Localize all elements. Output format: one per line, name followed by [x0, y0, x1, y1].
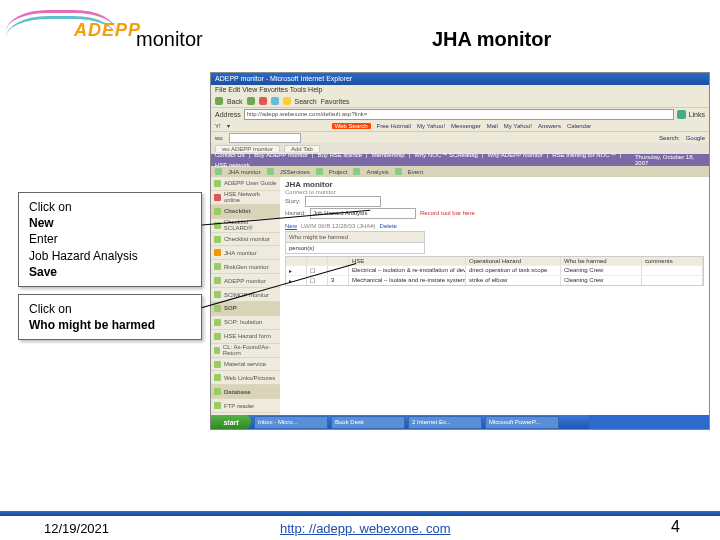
sidebar-item[interactable]: ADEPP monitor [211, 274, 280, 288]
browser-menubar[interactable]: File Edit View Favorites Tools Help [211, 85, 709, 95]
address-label: Address [215, 111, 241, 118]
callout-text: Enter [29, 231, 191, 247]
footer-divider [0, 511, 720, 516]
tab-main[interactable]: wo ADEPP monitor [215, 145, 280, 152]
taskbar-item[interactable]: Inbox - Micro... [254, 416, 328, 429]
browser-window: ADEPP monitor - Microsoft Internet Explo… [210, 72, 710, 430]
sidebar-item-jha[interactable]: JHA monitor [211, 246, 280, 260]
wo-search-input[interactable] [229, 133, 301, 143]
sidebar-group[interactable]: Checklist [211, 205, 280, 219]
back-icon[interactable] [215, 97, 223, 105]
taskbar-item[interactable]: Microsoft PowerP... [485, 416, 559, 429]
home-icon[interactable] [283, 97, 291, 105]
callout-new-save: Click on New Enter Job Hazard Analysis S… [18, 192, 202, 287]
whmb-label: Who might be harmed [285, 231, 425, 243]
logo: ADEPP [6, 8, 116, 44]
sidebar-item[interactable]: RiskGen monitor [211, 260, 280, 274]
callout-text: Click on [29, 199, 191, 215]
sidebar-group[interactable]: SOP [211, 302, 280, 316]
footer-link[interactable]: http: //adepp. webexone. com [280, 521, 451, 536]
start-button[interactable]: start [211, 415, 251, 429]
sidebar-item[interactable]: HSE Hazard form [211, 330, 280, 344]
footer-date: 12/19/2021 [44, 521, 109, 536]
taskbar[interactable]: start Inbox - Micro... Book Desk 2 Inter… [211, 415, 709, 429]
story-label: Story: [285, 198, 301, 204]
stop-icon[interactable] [259, 97, 267, 105]
search-value: Google [686, 135, 705, 141]
record-hint: Record tool bar here [420, 210, 475, 216]
whmb-value[interactable]: person(s) [285, 243, 425, 254]
main-panel: JHA monitor Connect to monitor Story: Ha… [280, 177, 709, 427]
callout-text: Save [29, 264, 191, 280]
new-link[interactable]: New [285, 223, 297, 229]
hazard-grid: HSE Operational Hazard Who be harmed com… [285, 256, 704, 286]
favorites-label[interactable]: Favorites [321, 98, 350, 105]
title-right: JHA monitor [432, 28, 551, 51]
taskbar-item[interactable]: Book Desk [331, 416, 405, 429]
sidebar-item[interactable]: Material service [211, 358, 280, 372]
callout-text: Click on [29, 301, 191, 317]
search-label[interactable]: Search [295, 98, 317, 105]
logo-text: ADEPP [74, 20, 141, 41]
main-title: JHA monitor [285, 180, 704, 189]
go-button[interactable] [677, 110, 686, 119]
callout-text: Who might be harmed [29, 317, 191, 333]
sidebar-group[interactable]: Database [211, 385, 280, 399]
links-label: Links [689, 111, 705, 118]
search-label: Search: [659, 135, 680, 141]
sidebar-item[interactable]: Checklist monitor [211, 233, 280, 247]
callout-text: New [29, 215, 191, 231]
grid-row[interactable]: ▸☐ Electrical – isolation & re-installat… [286, 265, 703, 275]
sidebar-item[interactable]: CL: As-Found/As-Return [211, 344, 280, 358]
sidebar-item[interactable]: FTP reader [211, 399, 280, 413]
story-input[interactable] [305, 196, 381, 207]
nav-icon [215, 168, 222, 175]
address-bar: Address http://adepp.webexone.com/defaul… [211, 108, 709, 120]
sidebar-item[interactable]: Web Links/Pictures [211, 371, 280, 385]
fwd-icon[interactable] [247, 97, 255, 105]
taskbar-item[interactable]: 2 Internet Ex... [408, 416, 482, 429]
callout-text: Job Hazard Analysis [29, 248, 191, 264]
system-tray[interactable] [589, 415, 709, 429]
address-input[interactable]: http://adepp.webexone.com/default.asp?li… [244, 109, 674, 120]
browser-titlebar: ADEPP monitor - Microsoft Internet Explo… [211, 73, 709, 85]
web-search-tag[interactable]: Web Search [332, 123, 371, 129]
links-bar[interactable]: Y!▾ Web Search Free HotmailMy Yahoo! Mes… [211, 120, 709, 132]
sidebar-item[interactable]: SOP: Isolation [211, 316, 280, 330]
sidebar-item[interactable]: HSE Network online [211, 191, 280, 205]
purple-nav[interactable]: Contact Us| Buy ADEPP monitor| Buy HSE l… [211, 154, 709, 166]
browser-toolbar[interactable]: Back Search Favorites [211, 95, 709, 108]
nav-date: Thursday, October 18, 2007 [635, 154, 705, 166]
back-label: Back [227, 98, 243, 105]
search-row: wo Search: Google [211, 132, 709, 143]
sidebar-item[interactable]: ADEPP User Guide [211, 177, 280, 191]
whmb-range: LW/M 06/B 12/28/03 (JHA#) [301, 223, 376, 229]
delete-link[interactable]: Delete [380, 223, 397, 229]
title-left: monitor [136, 28, 203, 51]
refresh-icon[interactable] [271, 97, 279, 105]
footer-page-number: 4 [671, 518, 680, 536]
callout-whmb: Click on Who might be harmed [18, 294, 202, 340]
grid-row[interactable]: ▸☐ 3 Mechanical – Isolate and re-instate… [286, 275, 703, 285]
tab-add[interactable]: Add Tab [284, 145, 320, 152]
